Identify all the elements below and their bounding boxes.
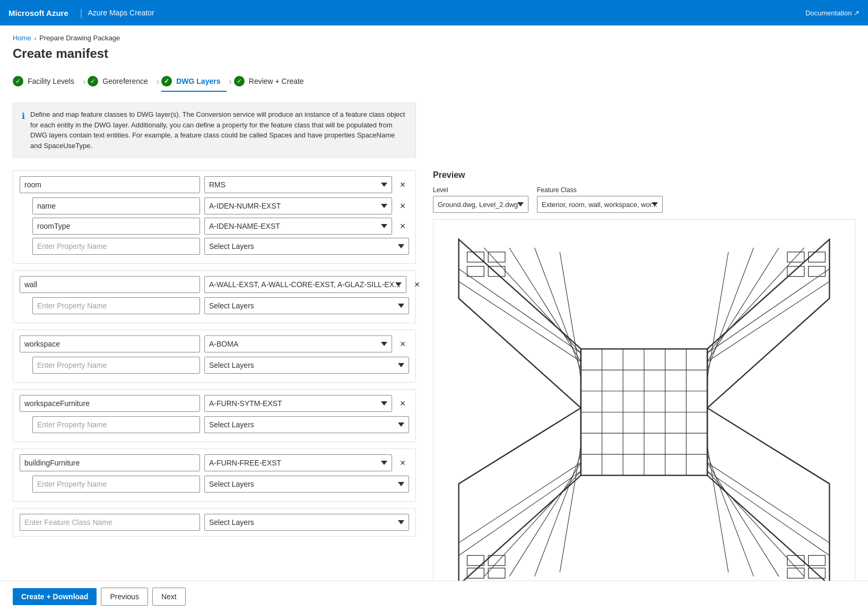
prop-wsfurniture-layer-select[interactable]: Select Layers (204, 416, 409, 433)
info-box: ℹ Define and map feature classes to DWG … (13, 102, 416, 158)
fc-wsfurniture-name-input[interactable] (20, 395, 200, 412)
fc-bfurniture-remove-button[interactable]: × (396, 456, 409, 469)
fc-wsfurniture-layer-select[interactable]: A-FURN-SYTM-EXST (204, 395, 392, 412)
preview-fc-label: Feature Class (537, 186, 663, 194)
stepper: ✓ Facility Levels › ✓ Georeference › ✓ D… (13, 72, 855, 92)
fc-room-property-name: A-IDEN-NUMR-EXST × (20, 197, 409, 214)
prop-workspace-layer-select[interactable]: Select Layers (204, 357, 409, 374)
step-facility-levels-icon: ✓ (13, 76, 23, 87)
fc-wall-layer-select[interactable]: A-WALL-EXST, A-WALL-CORE-EXST, A-GLAZ-SI… (204, 276, 406, 293)
fc-room-property-new: Select Layers (20, 238, 409, 255)
prop-room-type-remove-button[interactable]: × (396, 220, 409, 232)
prop-room-name-remove-button[interactable]: × (396, 200, 409, 212)
step-dwg-layers[interactable]: ✓ DWG Layers (161, 72, 227, 92)
feature-class-building-furniture: A-FURN-FREE-EXST × Select Layers (13, 449, 416, 502)
page-content: Home › Prepare Drawing Package Create ma… (0, 25, 868, 612)
step-dwg-layers-label: DWG Layers (176, 77, 220, 85)
fc-room-property-roomtype: A-IDEN-NAME-EXST × (20, 218, 409, 235)
step-sep-3: › (229, 77, 231, 87)
fc-wall-property-new: Select Layers (20, 297, 409, 314)
main-layout: RMS × A-IDEN-NUMR-EXST × A-IDEN-NAME-EXS… (13, 170, 855, 605)
prop-wsfurniture-name-input[interactable] (32, 416, 200, 433)
create-download-button[interactable]: Create + Download (13, 588, 97, 605)
step-review-create-icon: ✓ (234, 76, 245, 87)
preview-level-group: Level Ground.dwg, Level_2.dwg (433, 186, 528, 213)
fc-bfurniture-layer-select[interactable]: A-FURN-FREE-EXST (204, 454, 392, 471)
page-title: Create manifest (13, 46, 855, 61)
fc-workspace-name-input[interactable] (20, 335, 200, 352)
prop-room-name-layer-select[interactable]: A-IDEN-NUMR-EXST (204, 197, 392, 214)
fc-room-remove-button[interactable]: × (396, 178, 409, 191)
preview-map (433, 219, 855, 605)
fc-workspace-remove-button[interactable]: × (396, 338, 409, 350)
previous-button[interactable]: Previous (101, 588, 147, 606)
preview-controls: Level Ground.dwg, Level_2.dwg Feature Cl… (433, 186, 855, 213)
fc-room-top-row: RMS × (20, 176, 409, 193)
floor-plan-svg (433, 220, 855, 605)
prop-wall-layer-select[interactable]: Select Layers (204, 297, 409, 314)
breadcrumb-home[interactable]: Home (13, 34, 31, 42)
new-fc-layer-select[interactable]: Select Layers (204, 514, 409, 531)
fc-bfurniture-name-input[interactable] (20, 454, 200, 471)
left-panel: RMS × A-IDEN-NUMR-EXST × A-IDEN-NAME-EXS… (13, 170, 416, 605)
breadcrumb-separator: › (34, 35, 37, 41)
bottom-bar: Create + Download Previous Next (0, 581, 868, 612)
new-feature-class-row: Select Layers (13, 508, 416, 537)
new-fc-name-input[interactable] (20, 514, 200, 531)
step-georeference-label: Georeference (102, 77, 148, 85)
step-georeference-icon: ✓ (88, 76, 98, 87)
preview-level-label: Level (433, 186, 528, 194)
documentation-link[interactable]: Documentation ↗ (805, 9, 860, 17)
fc-wall-name-input[interactable] (20, 276, 200, 293)
feature-class-workspace: A-BOMA × Select Layers (13, 330, 416, 383)
info-icon: ℹ (22, 110, 25, 151)
step-facility-levels-label: Facility Levels (28, 77, 74, 85)
prop-bfurniture-name-input[interactable] (32, 476, 200, 493)
top-navigation-bar: Microsoft Azure | Azure Maps Creator Doc… (0, 0, 868, 25)
step-review-create[interactable]: ✓ Review + Create (234, 72, 310, 92)
brand-name: Microsoft Azure (8, 8, 68, 18)
preview-title: Preview (433, 170, 855, 180)
fc-bfurniture-property-new: Select Layers (20, 476, 409, 493)
feature-class-room: RMS × A-IDEN-NUMR-EXST × A-IDEN-NAME-EXS… (13, 170, 416, 264)
info-text: Define and map feature classes to DWG la… (30, 109, 407, 151)
fc-wsfurniture-top-row: A-FURN-SYTM-EXST × (20, 395, 409, 412)
fc-room-layer-select[interactable]: RMS (204, 176, 392, 193)
fc-workspace-top-row: A-BOMA × (20, 335, 409, 352)
prop-room-name-input[interactable] (32, 197, 200, 214)
fc-room-name-input[interactable] (20, 176, 200, 193)
preview-level-select[interactable]: Ground.dwg, Level_2.dwg (433, 196, 528, 213)
fc-wall-remove-button[interactable]: × (411, 278, 423, 291)
fc-bfurniture-top-row: A-FURN-FREE-EXST × (20, 454, 409, 471)
feature-class-wall: A-WALL-EXST, A-WALL-CORE-EXST, A-GLAZ-SI… (13, 270, 416, 323)
feature-class-workspace-furniture: A-FURN-SYTM-EXST × Select Layers (13, 389, 416, 442)
fc-workspace-layer-select[interactable]: A-BOMA (204, 335, 392, 352)
right-panel: Preview Level Ground.dwg, Level_2.dwg Fe… (433, 170, 855, 605)
prop-bfurniture-layer-select[interactable]: Select Layers (204, 476, 409, 493)
next-button[interactable]: Next (152, 588, 186, 606)
brand-divider: | (80, 7, 83, 19)
prop-wall-name-input[interactable] (32, 297, 200, 314)
breadcrumb: Home › Prepare Drawing Package (13, 34, 855, 42)
step-facility-levels[interactable]: ✓ Facility Levels (13, 72, 81, 92)
step-sep-2: › (157, 77, 159, 87)
breadcrumb-current: Prepare Drawing Package (39, 34, 120, 42)
step-georeference[interactable]: ✓ Georeference (88, 72, 154, 92)
preview-fc-group: Feature Class Exterior, room, wall, work… (537, 186, 663, 213)
fc-wsfurniture-property-new: Select Layers (20, 416, 409, 433)
fc-wsfurniture-remove-button[interactable]: × (396, 397, 409, 410)
step-dwg-layers-icon: ✓ (161, 76, 172, 87)
step-sep-1: › (83, 77, 85, 87)
fc-workspace-property-new: Select Layers (20, 357, 409, 374)
prop-room-new-name-input[interactable] (32, 238, 200, 255)
preview-fc-select[interactable]: Exterior, room, wall, workspace, wor... (537, 196, 663, 213)
step-review-create-label: Review + Create (249, 77, 304, 85)
prop-workspace-name-input[interactable] (32, 357, 200, 374)
prop-room-type-layer-select[interactable]: A-IDEN-NAME-EXST (204, 218, 392, 235)
prop-room-new-layer-select[interactable]: Select Layers (204, 238, 409, 255)
fc-wall-top-row: A-WALL-EXST, A-WALL-CORE-EXST, A-GLAZ-SI… (20, 276, 409, 293)
app-name: Azure Maps Creator (88, 8, 154, 17)
prop-room-type-input[interactable] (32, 218, 200, 235)
